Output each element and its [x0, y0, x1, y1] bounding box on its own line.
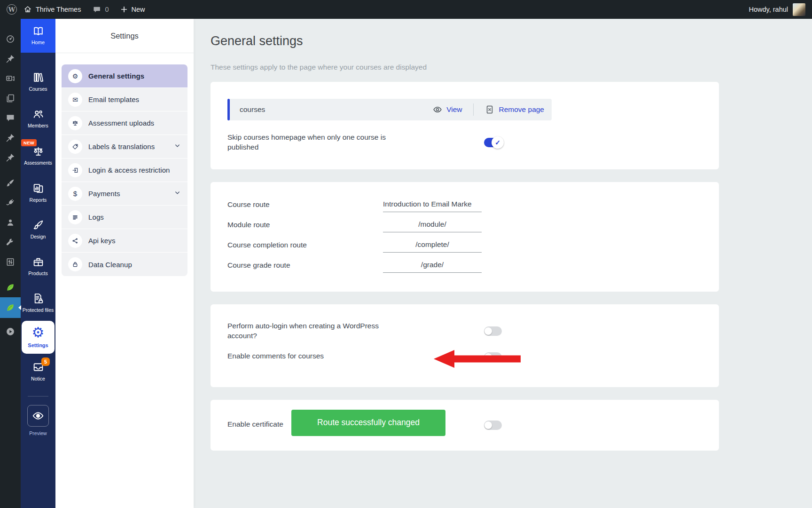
sidebar-item-members[interactable]: Members: [21, 103, 55, 134]
red-arrow-annotation: [434, 349, 521, 368]
remove-document-icon: [485, 105, 494, 114]
main-content: General settings These settings apply to…: [194, 19, 812, 508]
sidebar-label: Home: [31, 40, 45, 46]
success-toast: Route successfully changed: [291, 410, 445, 436]
enable-certificate-toggle[interactable]: [484, 421, 502, 430]
sidebar-item-courses[interactable]: Courses: [21, 67, 55, 97]
new-label: New: [132, 6, 145, 13]
sidebar-item-settings[interactable]: ⚙ Settings: [22, 321, 55, 354]
page-title: General settings: [211, 34, 812, 48]
enable-comments-label: Enable comments for courses: [227, 351, 324, 361]
media-camera-icon[interactable]: [0, 69, 21, 88]
dashboard-gauge-icon[interactable]: [0, 29, 21, 49]
site-name: Thrive Themes: [36, 6, 81, 13]
completion-route-row: Course completion route: [227, 240, 702, 253]
auto-login-row: Perform auto-login when creating a WordP…: [227, 321, 702, 341]
routes-card: Course route Module route Course complet…: [211, 182, 719, 292]
auto-login-label: Perform auto-login when creating a WordP…: [227, 321, 402, 341]
grade-route-row: Course grade route: [227, 261, 702, 273]
sidebar-label: Products: [28, 270, 47, 277]
module-route-input[interactable]: [383, 220, 482, 232]
remove-page-button[interactable]: Remove page: [485, 105, 544, 114]
menu-item-labels-translations[interactable]: Labels & translations: [62, 135, 187, 159]
paintbrush-icon: [32, 219, 44, 231]
skip-homepage-row: Skip courses homepage when only one cour…: [227, 133, 702, 152]
plugins-plug-icon[interactable]: [0, 193, 21, 213]
courses-page-bar: courses View Remove page: [227, 99, 552, 120]
courses-page-card: courses View Remove page Skip courses ho…: [211, 82, 719, 169]
wordpress-menu-button[interactable]: W: [7, 4, 17, 15]
scales-icon: [32, 146, 44, 158]
enable-certificate-label: Enable certificate: [227, 420, 283, 429]
sidebar-item-protected-files[interactable]: Protected files: [21, 288, 55, 318]
sidebar-item-reports[interactable]: Reports: [21, 178, 55, 208]
chevron-down-icon[interactable]: [174, 189, 181, 198]
comments-count: 0: [105, 6, 109, 13]
pushpin-icon[interactable]: [0, 148, 21, 167]
notice-count-badge: 5: [41, 357, 50, 366]
menu-item-data-cleanup[interactable]: Data Cleanup: [62, 253, 187, 276]
home-icon: [23, 5, 32, 14]
pushpin-icon[interactable]: [0, 128, 21, 148]
page-subtitle: These settings apply to the page where y…: [211, 63, 812, 71]
grade-route-input[interactable]: [383, 261, 482, 273]
panel-divider: [55, 53, 194, 53]
nodes-icon: [68, 234, 82, 248]
toggle-knob: [484, 327, 492, 335]
thrive-leaf-icon[interactable]: [0, 278, 21, 297]
sidebar-label: Protected files: [23, 307, 54, 313]
envelope-icon: ✉: [68, 93, 82, 107]
file-lock-icon: [32, 293, 44, 304]
comments-shortcut[interactable]: 0: [93, 6, 109, 14]
sidebar-item-products[interactable]: Products: [21, 251, 55, 281]
new-badge: NEW: [21, 139, 37, 146]
account-menu[interactable]: Howdy, rahul: [749, 3, 805, 16]
books-icon: [32, 71, 44, 83]
wp-admin-bar: W Thrive Themes 0 New Howdy, rahul: [0, 0, 812, 19]
completion-route-input[interactable]: [383, 240, 482, 253]
sidebar-item-home[interactable]: Home: [21, 19, 55, 53]
menu-item-logs[interactable]: Logs: [62, 206, 187, 229]
new-content-button[interactable]: New: [120, 6, 145, 13]
menu-item-email-templates[interactable]: ✉ Email templates: [62, 88, 187, 111]
sidebar-item-preview[interactable]: Preview: [21, 405, 55, 441]
sidebar-label: Notice: [31, 376, 45, 382]
pages-icon[interactable]: [0, 88, 21, 108]
pushpin-icon[interactable]: [0, 49, 21, 69]
avatar: [793, 3, 805, 16]
video-play-icon[interactable]: [0, 322, 21, 341]
menu-item-login-access[interactable]: Login & access restriction: [62, 159, 187, 182]
sidebar-item-assessments[interactable]: NEW Assessments: [21, 141, 55, 171]
auto-login-toggle[interactable]: [484, 326, 502, 336]
tag-icon: [68, 140, 82, 154]
view-button[interactable]: View: [433, 105, 462, 114]
skip-homepage-toggle[interactable]: ✓: [484, 138, 502, 147]
report-chart-icon: [32, 183, 44, 194]
toggle-knob: [484, 421, 492, 429]
comment-bubble-icon: [93, 6, 101, 14]
course-route-input[interactable]: [383, 200, 482, 212]
comments-bubble-icon[interactable]: [0, 108, 21, 128]
sidebar-label: Members: [28, 123, 48, 129]
settings-sliders-icon[interactable]: [0, 252, 21, 272]
menu-item-general-settings[interactable]: ⚙ General settings: [62, 64, 187, 88]
page-name: courses: [240, 105, 265, 114]
users-person-icon[interactable]: [0, 213, 21, 232]
chevron-down-icon[interactable]: [174, 142, 181, 151]
sidebar-divider: [28, 396, 48, 397]
sidebar-item-design[interactable]: Design: [21, 214, 55, 245]
thrive-apprentice-active-icon[interactable]: [0, 297, 21, 318]
site-link[interactable]: Thrive Themes: [23, 5, 81, 14]
toggle-knob-check: ✓: [492, 136, 504, 149]
certificate-card: Enable certificate Route successfully ch…: [211, 400, 719, 451]
scales-icon: [68, 116, 82, 130]
product-box-icon: [32, 256, 44, 268]
menu-item-payments[interactable]: $ Payments: [62, 182, 187, 206]
menu-item-assessment-uploads[interactable]: Assessment uploads: [62, 111, 187, 135]
appearance-brush-icon[interactable]: [0, 173, 21, 193]
settings-menu: ⚙ General settings ✉ Email templates Ass…: [62, 64, 187, 276]
sidebar-item-notice[interactable]: 5 Notice: [21, 357, 55, 387]
menu-item-api-keys[interactable]: Api keys: [62, 229, 187, 253]
sidebar-label: Courses: [29, 86, 47, 92]
tools-wrench-icon[interactable]: [0, 232, 21, 252]
